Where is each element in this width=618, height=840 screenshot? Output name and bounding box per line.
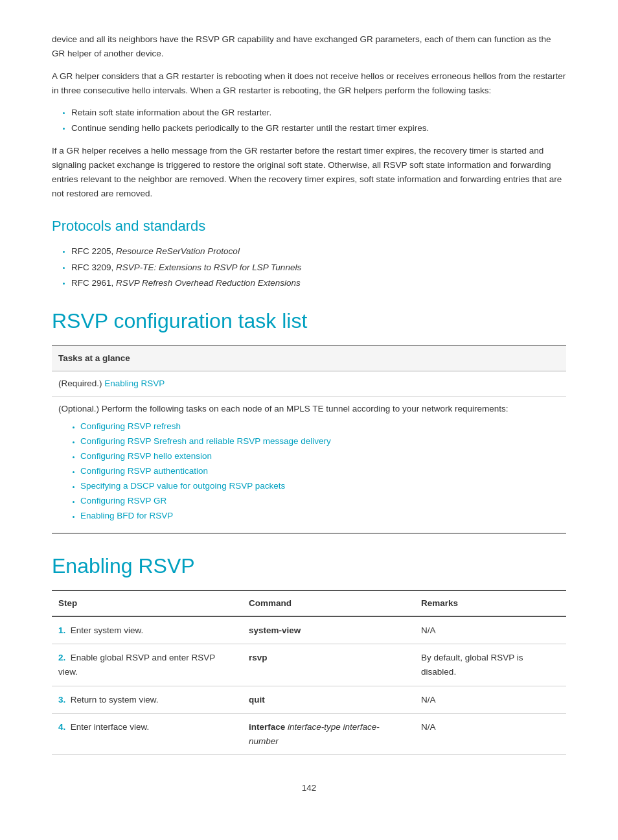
row1-step: 1. Enter system view. (52, 616, 242, 644)
protocol-italic-3: RSVP Refresh Overhead Reduction Extensio… (116, 278, 301, 288)
optional-intro: (Optional.) Perform the following tasks … (58, 402, 560, 416)
intro-bullet-list: Retain soft state information about the … (71, 106, 566, 136)
task-link-item-1: Configuring RSVP refresh (80, 419, 560, 434)
cmd-1: system-view (249, 625, 301, 635)
task-link-item-2: Configuring RSVP Srefresh and reliable R… (80, 434, 560, 449)
configuring-refresh-link[interactable]: Configuring RSVP refresh (80, 421, 181, 431)
enabling-rsvp-link[interactable]: Enabling RSVP (104, 379, 165, 388)
configuring-srefresh-link[interactable]: Configuring RSVP Srefresh and reliable R… (80, 436, 331, 446)
cmd-2: rsvp (249, 653, 268, 662)
row2-command: rsvp (242, 644, 415, 686)
step-text-3: Return to system view. (71, 695, 159, 705)
row2-remarks: By default, global RSVP is disabled. (415, 644, 566, 686)
row4-step: 4. Enter interface view. (52, 714, 242, 755)
protocol-prefix-2: RFC 3209, (71, 262, 116, 272)
specifying-dscp-link[interactable]: Specifying a DSCP value for outgoing RSV… (80, 481, 285, 491)
task-link-item-4: Configuring RSVP authentication (80, 464, 560, 479)
configuring-gr-link[interactable]: Configuring RSVP GR (80, 496, 166, 506)
configuring-auth-link[interactable]: Configuring RSVP authentication (80, 466, 208, 476)
task-table-header-row: Tasks at a glance (52, 345, 566, 371)
col-step: Step (52, 590, 242, 616)
protocol-item-3: RFC 2961, RSVP Refresh Overhead Reductio… (71, 276, 566, 290)
task-required-row: (Required.) Enabling RSVP (52, 371, 566, 397)
row4-remarks: N/A (415, 714, 566, 755)
intro-para3: If a GR helper receives a hello message … (52, 144, 566, 202)
intro-para1: device and all its neighbors have the RS… (52, 32, 566, 62)
intro-bullet-1: Retain soft state information about the … (71, 106, 566, 120)
step-text-1: Enter system view. (71, 625, 144, 635)
cmd-bold-4: interface (249, 722, 285, 732)
table-row: 3. Return to system view. quit N/A (52, 686, 566, 714)
required-label: (Required.) (58, 379, 102, 388)
intro-bullet-2: Continue sending hello packets periodica… (71, 121, 566, 135)
task-link-item-3: Configuring RSVP hello extension (80, 449, 560, 464)
row3-remarks: N/A (415, 686, 566, 714)
task-link-item-6: Configuring RSVP GR (80, 494, 560, 509)
page-number: 142 (52, 781, 566, 795)
row4-command: interface interface-type interface-numbe… (242, 714, 415, 755)
tasklist-heading: RSVP configuration task list (52, 309, 566, 333)
row3-step: 3. Return to system view. (52, 686, 242, 714)
task-table-header: Tasks at a glance (52, 345, 566, 371)
enabling-rsvp-heading: Enabling RSVP (52, 554, 566, 578)
col-command: Command (242, 590, 415, 616)
protocols-list: RFC 2205, Resource ReSerVation Protocol … (71, 244, 566, 290)
enabling-bfd-link[interactable]: Enabling BFD for RSVP (80, 511, 173, 520)
task-required-cell: (Required.) Enabling RSVP (52, 371, 566, 397)
row2-step: 2. Enable global RSVP and enter RSVP vie… (52, 644, 242, 686)
protocol-italic-1: Resource ReSerVation Protocol (116, 246, 240, 256)
task-link-item-7: Enabling BFD for RSVP (80, 509, 560, 524)
step-num-3: 3. (58, 695, 65, 705)
task-links-list: Configuring RSVP refresh Configuring RSV… (71, 419, 560, 524)
step-num-2: 2. (58, 653, 65, 662)
task-list-table: Tasks at a glance (Required.) Enabling R… (52, 345, 566, 533)
protocol-item-1: RFC 2205, Resource ReSerVation Protocol (71, 244, 566, 259)
task-optional-row: (Optional.) Perform the following tasks … (52, 396, 566, 533)
table-row: 4. Enter interface view. interface inter… (52, 714, 566, 755)
protocol-prefix-1: RFC 2205, (71, 246, 116, 256)
configuring-hello-link[interactable]: Configuring RSVP hello extension (80, 451, 212, 461)
table-row: 1. Enter system view. system-view N/A (52, 616, 566, 644)
cmd-3: quit (249, 695, 265, 705)
step-text-2: Enable global RSVP and enter RSVP view. (58, 653, 215, 677)
row1-command: system-view (242, 616, 415, 644)
protocol-prefix-3: RFC 2961, (71, 278, 116, 288)
row3-command: quit (242, 686, 415, 714)
task-link-item-5: Specifying a DSCP value for outgoing RSV… (80, 479, 560, 494)
table-header-row: Step Command Remarks (52, 590, 566, 616)
protocols-heading: Protocols and standards (52, 217, 566, 236)
step-text-4: Enter interface view. (71, 722, 150, 732)
task-optional-cell: (Optional.) Perform the following tasks … (52, 396, 566, 533)
col-remarks: Remarks (415, 590, 566, 616)
protocol-italic-2: RSVP-TE: Extensions to RSVP for LSP Tunn… (116, 262, 301, 272)
intro-para2: A GR helper considers that a GR restarte… (52, 69, 566, 99)
protocol-item-2: RFC 3209, RSVP-TE: Extensions to RSVP fo… (71, 261, 566, 275)
row1-remarks: N/A (415, 616, 566, 644)
step-num-1: 1. (58, 625, 65, 635)
table-row: 2. Enable global RSVP and enter RSVP vie… (52, 644, 566, 686)
step-num-4: 4. (58, 722, 65, 732)
enabling-rsvp-table: Step Command Remarks 1. Enter system vie… (52, 590, 566, 755)
